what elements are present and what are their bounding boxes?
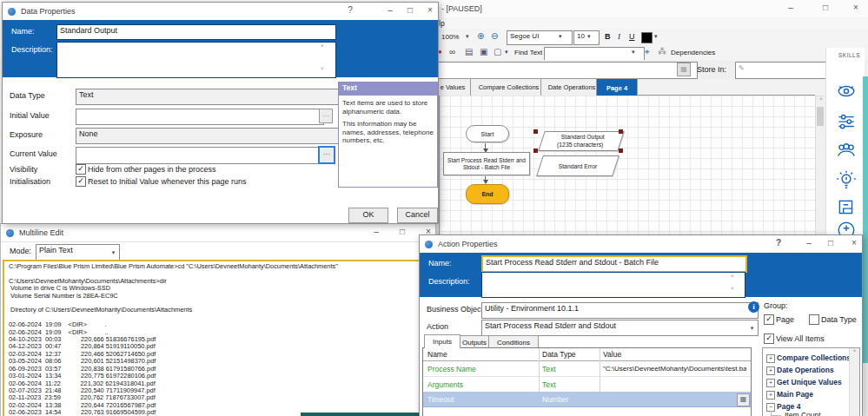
initialisation-checkbox[interactable]: ✓ — [76, 176, 86, 187]
find-next-icon[interactable]: ⌖ — [645, 47, 650, 57]
expression-input[interactable] — [437, 62, 698, 79]
scroll-up-icon[interactable]: ˄ — [850, 348, 859, 353]
dependencies-button[interactable]: Dependencies — [671, 49, 715, 56]
start-node[interactable]: Start — [466, 125, 509, 142]
scroll-down-icon[interactable]: ˅ — [731, 286, 734, 291]
ok-button[interactable]: OK — [348, 208, 388, 223]
visual-skill-icon[interactable] — [836, 81, 857, 102]
visibility-checkbox[interactable]: ✓ — [76, 164, 86, 175]
tab-page-4[interactable]: Page 4 — [596, 78, 638, 96]
data-item-standard-output[interactable]: Standard Output(1235 characters) — [538, 131, 624, 151]
help-icon[interactable]: ? — [343, 5, 357, 15]
find-dropdown-icon[interactable]: ▾ — [632, 49, 635, 56]
scroll-thumb[interactable] — [817, 107, 824, 126]
table-row[interactable]: Arguments Text — [423, 376, 751, 393]
font-name-select[interactable]: Segoe UI — [507, 30, 573, 45]
zoom-level-select[interactable]: 100% — [441, 33, 459, 41]
table-row-selected[interactable]: Timeout Number ▦ — [423, 392, 751, 407]
tree-expand-icon[interactable]: + — [766, 366, 775, 375]
bold-button[interactable]: B — [605, 32, 611, 41]
maximize-icon[interactable]: □ — [403, 5, 417, 15]
image-tool-icon[interactable]: ▣ — [480, 47, 487, 56]
exposure-select[interactable]: None▾ — [76, 128, 348, 144]
tree-expand-icon[interactable]: + — [766, 379, 775, 387]
color-dropdown-icon[interactable]: ▾ — [654, 33, 658, 40]
cancel-button[interactable]: Cancel — [397, 208, 438, 223]
zoom-dropdown-icon[interactable]: ▾ — [466, 33, 469, 40]
planning-skill-icon[interactable] — [836, 110, 857, 131]
minimize-icon[interactable]: – — [784, 3, 798, 12]
knowledge-skill-icon[interactable] — [836, 169, 857, 190]
end-node[interactable]: End — [466, 184, 509, 204]
action-description-input[interactable] — [481, 272, 745, 298]
underline-button[interactable]: U — [629, 32, 635, 41]
people-icon[interactable]: ⁂ — [658, 47, 666, 56]
selection-handle[interactable] — [619, 149, 623, 153]
zoom-in-icon[interactable]: ⊕ — [477, 31, 484, 41]
tree-item-item-count[interactable]: Item Count — [785, 411, 821, 416]
minimize-icon[interactable]: – — [383, 5, 397, 15]
font-size-select[interactable]: 10 — [573, 30, 600, 45]
tree-item-date-operations[interactable]: Date Operations — [777, 366, 834, 374]
close-icon[interactable]: × — [847, 238, 861, 248]
italic-button[interactable]: I — [618, 32, 620, 41]
find-text-input[interactable] — [544, 47, 645, 61]
tree-expand-icon[interactable]: + — [766, 391, 775, 399]
param-value[interactable]: "C:\Users\DevneetMohanty\Documents\test.… — [603, 365, 746, 373]
tree-item-page-4[interactable]: Page 4 — [777, 402, 800, 411]
calculator-icon[interactable]: ▦ — [737, 393, 750, 406]
scroll-up-icon[interactable]: ˄ — [731, 274, 734, 279]
size-dropdown-icon[interactable]: ▾ — [587, 33, 591, 40]
help-icon[interactable]: ? — [772, 238, 785, 248]
multiline-text-area[interactable]: C:\Program Files\Blue Prism Limited\Blue… — [3, 260, 436, 416]
tab-inputs[interactable]: Inputs — [424, 334, 461, 348]
selection-handle[interactable] — [619, 129, 623, 134]
initial-value-ellipsis-button[interactable]: … — [319, 109, 333, 123]
tab-date-operations[interactable]: Date Operations — [540, 78, 603, 96]
maximize-icon[interactable]: □ — [395, 227, 409, 236]
tab-compare-collections[interactable]: Compare Collections — [470, 78, 547, 96]
menu-help[interactable]: lp — [439, 19, 445, 28]
find-in-page-icon[interactable]: ▤ — [465, 47, 473, 56]
scroll-down-icon[interactable]: ˅ — [321, 66, 324, 71]
initial-value-input[interactable] — [76, 109, 324, 125]
info-icon[interactable]: i — [748, 301, 759, 313]
scroll-up-icon[interactable]: ˄ — [321, 43, 324, 49]
selection-handle[interactable] — [533, 149, 538, 153]
tree-item-compare-collections[interactable]: Compare Collections — [777, 353, 851, 362]
selection-dropdown-icon[interactable]: ▾ — [505, 49, 508, 56]
process-skill-icon[interactable] — [836, 197, 857, 218]
data-item-standard-error[interactable]: Standard Error — [536, 155, 620, 176]
close-icon[interactable]: × — [849, 3, 863, 12]
table-row[interactable]: Process Name Text "C:\Users\DevneetMohan… — [423, 360, 751, 377]
action-name-input[interactable]: Start Process Read Stderr and Stdout - B… — [481, 255, 747, 273]
current-value-input[interactable] — [76, 147, 324, 164]
minimize-icon[interactable]: – — [802, 238, 816, 248]
tree-item-get-unique-values[interactable]: Get Unique Values — [777, 378, 842, 386]
font-dropdown-icon[interactable]: ▾ — [559, 33, 562, 40]
description-input[interactable] — [56, 42, 336, 78]
group-page-checkbox[interactable]: ✓ — [764, 314, 774, 325]
tree-item-main-page[interactable]: Main Page — [777, 390, 813, 399]
tree-expand-icon[interactable]: + — [766, 354, 775, 363]
view-all-items-checkbox[interactable]: ✓ — [764, 333, 774, 344]
name-input[interactable]: Standard Output — [56, 24, 336, 40]
selection-tool-icon[interactable]: ▢ — [494, 47, 501, 56]
font-color-swatch[interactable] — [641, 32, 653, 43]
action-select[interactable]: Start Process Read Stderr and Stdout▾ — [481, 320, 759, 336]
minimize-icon[interactable]: – — [369, 227, 383, 236]
tree-scrollbar[interactable]: ˄ — [849, 348, 859, 416]
close-icon[interactable]: × — [423, 5, 437, 15]
expression-edit-button[interactable]: ▦ — [677, 63, 691, 76]
maximize-icon[interactable]: □ — [818, 3, 832, 12]
zoom-out-icon[interactable]: ⊖ — [491, 31, 498, 41]
current-value-ellipsis-button[interactable]: … — [318, 146, 335, 164]
maximize-icon[interactable]: □ — [824, 238, 838, 248]
mode-select[interactable]: Plain Text▾ — [36, 244, 120, 261]
tab-conditions[interactable]: Conditions — [488, 335, 539, 348]
glasses-icon[interactable]: ∞ — [449, 47, 455, 56]
selection-handle[interactable] — [533, 129, 538, 134]
process-canvas[interactable]: Start Start Process Read Stderr andStdou… — [439, 96, 816, 252]
business-object-select[interactable]: Utility - Environment 10.1.1▾ — [481, 302, 759, 319]
group-data-type-checkbox[interactable] — [809, 314, 819, 325]
